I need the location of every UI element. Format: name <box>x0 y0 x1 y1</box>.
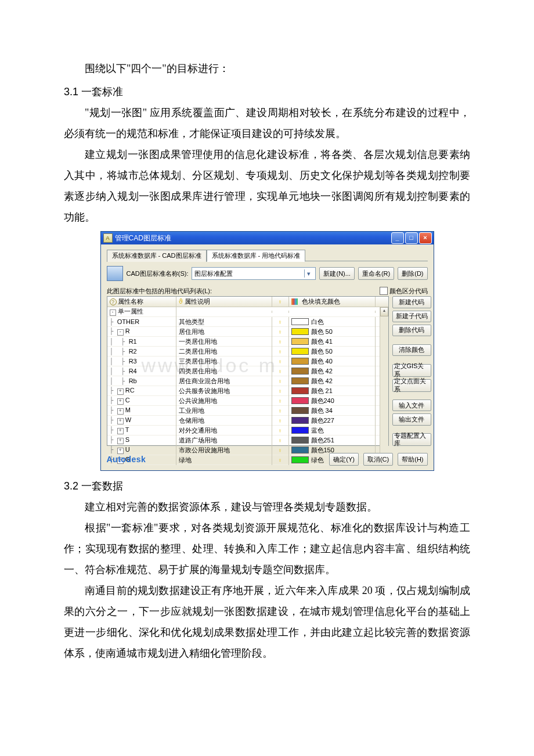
bulb-icon[interactable]: ♀ <box>278 417 283 424</box>
intro-para: 围绕以下"四个一"的目标进行： <box>64 58 470 79</box>
scroll-up-icon[interactable]: ▴ <box>380 307 388 316</box>
color-label: 颜色 50 <box>311 328 333 336</box>
color-label: 颜色 41 <box>311 338 333 345</box>
col-desc-header[interactable]: ϑ 属性说明 <box>176 297 272 307</box>
bulb-icon[interactable]: ♀ <box>278 408 283 414</box>
bulb-icon[interactable]: ♀ <box>278 437 283 444</box>
tree-toggle-icon[interactable]: - <box>110 309 116 316</box>
code-desc: 公共服务设施用地 <box>176 386 272 396</box>
code-desc: 二类居住用地 <box>176 347 272 357</box>
bulb-icon[interactable]: ♀ <box>278 378 283 384</box>
tree-toggle-icon[interactable]: + <box>117 408 124 415</box>
table-row[interactable]: │ ├ R1一类居住用地♀颜色 41 <box>107 337 380 347</box>
new-code-button[interactable]: 新建代码 <box>392 296 431 308</box>
color-distinguish-checkbox[interactable]: 颜色区分代码 <box>380 287 428 295</box>
bulb-icon[interactable]: ♀ <box>278 388 283 394</box>
import-file-button[interactable]: 输入文件 <box>392 399 431 411</box>
code-name: R4 <box>129 368 137 375</box>
std-name-select[interactable]: 图层标准配置 ▾ <box>192 267 316 280</box>
code-desc: 公共设施用地 <box>176 396 272 406</box>
code-name: U <box>125 446 130 453</box>
code-name: OTHER <box>117 318 140 325</box>
table-row[interactable]: ├ +RC公共服务设施用地♀颜色 21 <box>107 386 380 396</box>
define-pf-button[interactable]: 定义点面关系 <box>392 379 431 392</box>
table-row[interactable]: ├ +M工业用地♀颜色 34 <box>107 406 380 416</box>
col-color-header[interactable]: 色块填充颜色 <box>289 297 376 307</box>
new-button[interactable]: 新建(N)... <box>319 267 354 280</box>
tree-toggle-icon[interactable]: + <box>117 388 124 395</box>
color-label: 颜色 50 <box>311 348 333 355</box>
delete-button[interactable]: 删除(D) <box>398 267 427 280</box>
color-label: 绿色 <box>311 456 324 464</box>
color-label: 蓝色 <box>311 427 324 434</box>
bulb-icon[interactable]: ♀ <box>278 457 283 463</box>
tree-toggle-icon[interactable]: + <box>117 428 124 434</box>
table-body: -单一属性├ OTHER其他类型♀白色├ -R居住用地♀颜色 50│ ├ R1一… <box>107 307 380 465</box>
table-row[interactable]: ├ -R居住用地♀颜色 50 <box>107 327 380 337</box>
layer-stack-icon <box>107 266 123 281</box>
vertical-scrollbar[interactable]: ▴ ▾ <box>380 307 388 465</box>
table-row[interactable]: │ ├ R2二类居住用地♀颜色 50 <box>107 347 380 357</box>
table-row[interactable]: │ ├ Rb居住商业混合用地♀颜色 42 <box>107 376 380 386</box>
app-icon: A <box>103 233 113 243</box>
delete-code-button[interactable]: 删除代码 <box>392 325 431 336</box>
col-vis-header[interactable]: ♀ <box>272 297 289 307</box>
bulb-icon[interactable]: ♀ <box>278 319 283 325</box>
checkbox-icon <box>380 287 388 295</box>
table-row[interactable]: -单一属性 <box>107 307 380 317</box>
tab-cad-layer-std[interactable]: 系统标准数据库 - CAD图层标准 <box>107 250 207 262</box>
close-button[interactable]: × <box>419 232 432 244</box>
color-swatch-icon <box>291 397 309 404</box>
rename-button[interactable]: 重命名(R) <box>358 267 394 280</box>
bulb-icon[interactable]: ♀ <box>278 447 283 453</box>
minimize-button[interactable]: _ <box>391 232 404 244</box>
bulb-icon[interactable]: ♀ <box>278 358 283 365</box>
tree-toggle-icon[interactable]: + <box>117 418 124 424</box>
bulb-icon[interactable]: ♀ <box>278 368 283 375</box>
cancel-button[interactable]: 取消(C) <box>363 453 393 466</box>
new-subcode-button[interactable]: 新建子代码 <box>392 311 431 322</box>
ok-button[interactable]: 确定(Y) <box>329 453 359 466</box>
window-titlebar[interactable]: A 管理CAD图层标准 _ □ × <box>101 232 434 244</box>
table-row[interactable]: ├ +S道路广场用地♀颜色251 <box>107 435 380 445</box>
tree-toggle-icon[interactable]: + <box>117 448 124 454</box>
clear-color-button[interactable]: 清除颜色 <box>392 344 431 356</box>
code-name: RC <box>125 387 135 394</box>
define-gis-button[interactable]: 定义GIS关系 <box>392 364 431 377</box>
table-row[interactable]: ├ OTHER其他类型♀白色 <box>107 317 380 327</box>
bulb-icon[interactable]: ♀ <box>278 398 283 404</box>
col-name-header[interactable]: ?属性名称 <box>107 297 176 307</box>
code-name: Rb <box>129 377 137 384</box>
bulb-icon: ♀ <box>278 298 283 305</box>
tree-toggle-icon[interactable]: + <box>117 398 124 405</box>
window-title: 管理CAD图层标准 <box>115 234 171 242</box>
section-number: 3.2 <box>64 480 81 492</box>
tab-landcode-std[interactable]: 系统标准数据库 - 用地代码标准 <box>207 250 306 262</box>
color-label: 颜色 42 <box>311 368 333 375</box>
color-grid-icon <box>291 298 298 305</box>
color-swatch-icon <box>291 407 309 414</box>
help-button[interactable]: 帮助(H) <box>398 453 427 466</box>
code-name: R1 <box>129 338 137 345</box>
table-row[interactable]: │ ├ R4四类居住用地♀颜色 42 <box>107 366 380 376</box>
code-desc: 居住商业混合用地 <box>176 376 272 386</box>
bulb-icon[interactable]: ♀ <box>278 339 283 345</box>
maximize-button[interactable]: □ <box>405 232 418 244</box>
bulb-icon[interactable]: ♀ <box>278 348 283 355</box>
tree-toggle-icon[interactable]: - <box>117 329 124 336</box>
section-number: 3.1 <box>64 86 81 98</box>
bulb-icon[interactable]: ♀ <box>278 329 283 335</box>
color-label: 白色 <box>311 318 324 326</box>
table-row[interactable]: ├ +T对外交通用地♀蓝色 <box>107 426 380 435</box>
table-row[interactable]: ├ +W仓储用地♀颜色227 <box>107 416 380 426</box>
table-row[interactable]: │ ├ R3三类居住用地♀颜色 40 <box>107 357 380 366</box>
color-label: 颜色240 <box>311 397 334 405</box>
color-swatch-icon <box>291 456 309 463</box>
bulb-icon[interactable]: ♀ <box>278 427 283 434</box>
checkbox-label: 颜色区分代码 <box>389 287 428 295</box>
table-row[interactable]: ├ +C公共设施用地♀颜色240 <box>107 396 380 406</box>
code-name: R2 <box>129 348 137 355</box>
export-file-button[interactable]: 输出文件 <box>392 413 431 425</box>
theme-config-button[interactable]: 专题配置入库 <box>392 433 431 446</box>
tree-toggle-icon[interactable]: + <box>117 438 124 444</box>
